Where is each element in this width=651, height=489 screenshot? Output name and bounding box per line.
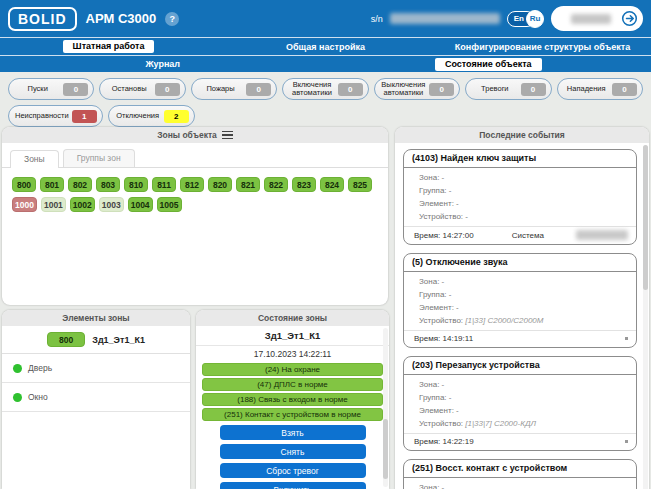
counter-badge: 0 — [338, 83, 363, 96]
zone-button[interactable]: 825 — [348, 177, 372, 192]
zone-state-panel: Состояние зоны Зд1_Эт1_К1 17.10.2023 14:… — [196, 310, 389, 489]
counter-badge: 0 — [155, 83, 180, 96]
zone-button[interactable]: 801 — [40, 177, 64, 192]
zone-button[interactable]: 802 — [68, 177, 92, 192]
counter-automation-off[interactable]: Выключения автоматики 0 — [374, 78, 460, 100]
tab-normal-operation[interactable]: Штатная работа — [63, 40, 155, 53]
events-scrollbar[interactable] — [643, 145, 648, 489]
tab-general-settings[interactable]: Общая настройка — [286, 42, 365, 52]
event-title: (5) Отключение звука — [404, 254, 636, 272]
event-time: 14:19:11 — [443, 334, 474, 343]
zone-button[interactable]: 811 — [152, 177, 176, 192]
zone-button[interactable]: 820 — [208, 177, 232, 192]
zone-button[interactable]: 1004 — [128, 197, 153, 212]
zone-button[interactable]: 822 — [264, 177, 288, 192]
zone-button[interactable]: 823 — [292, 177, 316, 192]
last-events-panel: Последние события (4103) Найден ключ защ… — [395, 127, 649, 489]
zone-button[interactable]: 1002 — [70, 197, 95, 212]
event-card: (4103) Найден ключ защиты Зона: - Группа… — [403, 149, 637, 245]
tab-journal[interactable]: Журнал — [145, 59, 180, 69]
enable-button[interactable]: Включить — [220, 482, 366, 489]
bolid-logo: BOLID — [8, 7, 77, 31]
event-source: Система — [512, 231, 544, 240]
counter-badge-yellow: 2 — [164, 110, 189, 123]
counter-badge: 0 — [521, 83, 546, 96]
tab-object-structure-config[interactable]: Конфигурирование структуры объекта — [455, 42, 630, 52]
zone-state-timestamp: 17.10.2023 14:22:11 — [196, 346, 389, 363]
zone-element-window[interactable]: Окно — [2, 383, 190, 412]
counter-stops[interactable]: Остановы 0 — [99, 78, 185, 100]
menu-icon[interactable] — [222, 131, 233, 140]
tab-zone-groups[interactable]: Группы зон — [63, 149, 135, 167]
reset-alarms-button[interactable]: Сброс тревог — [220, 463, 366, 478]
event-footer: Время: 14:19:11 — [404, 330, 636, 347]
counter-automation-on[interactable]: Включения автоматики 0 — [282, 78, 368, 100]
counter-starts[interactable]: Пуски 0 — [8, 78, 94, 100]
tab-zones[interactable]: Зоны — [10, 150, 59, 168]
zone-state-zone-name: Зд1_Эт1_К1 — [196, 326, 389, 346]
arm-button[interactable]: Взять — [220, 425, 366, 440]
counter-label: Неисправности — [15, 112, 72, 120]
event-card: (251) Восст. контакт с устройством Зона:… — [403, 459, 637, 489]
counter-label: Включения автоматики — [289, 81, 337, 98]
object-zones-panel: Зоны объекта Зоны Группы зон 800 801 802… — [2, 127, 388, 305]
counter-faults[interactable]: Неисправности 1 — [8, 105, 103, 127]
main-nav: Штатная работа Общая настройка Конфигури… — [0, 37, 651, 55]
zone-button[interactable]: 824 — [320, 177, 344, 192]
counter-label: Выключения автоматики — [381, 81, 429, 98]
lang-ru-button[interactable]: Ru — [526, 10, 544, 28]
zone-button[interactable]: 810 — [124, 177, 148, 192]
zone-button[interactable]: 821 — [236, 177, 260, 192]
event-time: 14:22:19 — [443, 437, 474, 446]
zone-button-partial[interactable]: 1003 — [99, 197, 124, 212]
app-header: BOLID АРМ С3000 ? s/n En Ru — [0, 0, 651, 37]
zone-button-fault[interactable]: 1000 — [12, 197, 37, 212]
user-pill — [551, 6, 643, 31]
zone-grid: 800 801 802 803 810 811 812 820 821 822 … — [2, 168, 388, 221]
element-label: Окно — [28, 392, 48, 402]
event-card: (203) Перезапуск устройства Зона: - Груп… — [403, 356, 637, 451]
counter-badge-red: 1 — [72, 110, 97, 123]
zone-element-door[interactable]: Дверь — [2, 354, 190, 383]
zone-button[interactable]: 1005 — [157, 197, 182, 212]
zone-state-title: Состояние зоны — [258, 313, 327, 323]
counter-badge: 0 — [429, 83, 454, 96]
status-bar-device-contact: (251) Контакт с устройством в норме — [202, 408, 383, 421]
status-bar-dpls: (47) ДПЛС в норме — [202, 378, 383, 391]
counter-badge: 0 — [63, 83, 88, 96]
counter-label: Тревоги — [472, 85, 520, 93]
last-events-title: Последние события — [479, 130, 565, 140]
counter-alarms[interactable]: Тревоги 0 — [465, 78, 551, 100]
zone-state-scrollbar[interactable] — [383, 328, 388, 487]
zone-elements-panel: Элементы зоны 800 Зд1_Эт1_К1 Дверь Окно — [2, 310, 190, 489]
counter-fires[interactable]: Пожары 0 — [191, 78, 277, 100]
language-toggle[interactable]: En Ru — [507, 10, 544, 28]
status-bar-input-link: (188) Связь с входом в норме — [202, 393, 383, 406]
event-operator-redacted — [576, 230, 628, 240]
zone-button[interactable]: 803 — [96, 177, 120, 192]
event-time: 14:27:00 — [443, 231, 474, 240]
zone-button[interactable]: 800 — [12, 177, 36, 192]
zones-panel-title: Зоны объекта — [157, 130, 217, 140]
tab-object-state[interactable]: Состояние объекта — [435, 58, 542, 71]
counter-label: Пуски — [15, 85, 63, 93]
counter-label: Нападения — [564, 85, 612, 93]
app-title: АРМ С3000 — [86, 11, 157, 26]
disarm-button[interactable]: Снять — [220, 444, 366, 459]
status-dot-icon — [13, 364, 22, 373]
element-label: Дверь — [28, 363, 52, 373]
status-bar-armed: (24) На охране — [202, 363, 383, 376]
event-title: (251) Восст. контакт с устройством — [404, 460, 636, 478]
username-redacted — [571, 14, 611, 24]
counter-badge: 0 — [612, 83, 637, 96]
zone-button[interactable]: 812 — [180, 177, 204, 192]
footer-dot — [625, 440, 628, 443]
selected-zone-badge[interactable]: 800 — [47, 332, 85, 347]
zone-button-partial[interactable]: 1001 — [41, 197, 66, 212]
status-dot-icon — [13, 393, 22, 402]
logout-icon[interactable] — [621, 10, 638, 27]
help-icon[interactable]: ? — [165, 12, 179, 26]
counter-disconnections[interactable]: Отключения 2 — [108, 105, 195, 127]
counter-attacks[interactable]: Нападения 0 — [557, 78, 643, 100]
counter-label: Остановы — [106, 85, 154, 93]
